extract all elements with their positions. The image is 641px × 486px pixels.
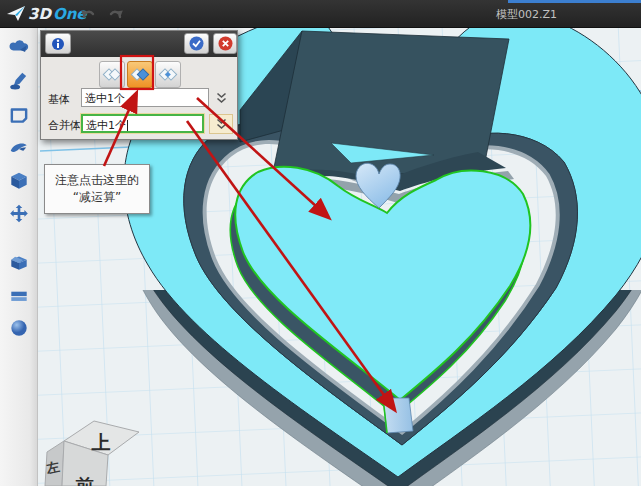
active-tab-indicator [508, 0, 641, 3]
paper-plane-icon [6, 5, 26, 23]
view-cube-front-label: 前 [75, 475, 94, 486]
double-chevron-down-icon [216, 92, 227, 104]
merge-body-value: 选中1个 [86, 119, 126, 132]
sketch-brush-icon[interactable] [7, 69, 31, 93]
intersect-diamonds-icon [158, 68, 178, 82]
tool-sidebar [0, 28, 38, 486]
app-window: 3DOne 模型002.Z1 [0, 0, 641, 486]
annotation-line2: “减运算” [49, 189, 145, 206]
edit-swoosh-icon[interactable] [7, 136, 31, 160]
intersect-operation-button[interactable] [155, 61, 181, 88]
section-slab-icon[interactable] [7, 283, 31, 307]
annotation-callout: 注意点击这里的 “减运算” [44, 164, 150, 214]
sketch-plane-icon[interactable] [7, 103, 31, 127]
redo-icon [107, 6, 125, 22]
primitive-shapes-icon[interactable] [7, 34, 31, 58]
double-chevron-down-icon [216, 118, 227, 130]
redo-button[interactable] [104, 3, 128, 25]
base-body-value: 选中1个 [85, 92, 125, 105]
material-sphere-icon[interactable] [7, 316, 31, 340]
app-logo: 3DOne [6, 3, 87, 25]
boolean-operation-dialog: 基体 选中1个 合并体 选中1个 [40, 30, 238, 140]
union-operation-button[interactable] [99, 61, 125, 88]
cancel-button[interactable] [213, 33, 237, 54]
confirm-button[interactable] [184, 33, 209, 54]
move-icon[interactable] [7, 202, 31, 226]
merge-expand-chevron[interactable] [209, 114, 233, 134]
base-body-field[interactable]: 选中1个 [81, 88, 209, 107]
check-icon [189, 36, 204, 51]
view-cube-top-label: 上 [91, 431, 111, 453]
annotation-line1: 注意点击这里的 [49, 172, 145, 189]
text-caret [127, 120, 128, 131]
info-icon [51, 37, 65, 51]
merge-body-field[interactable]: 选中1个 [81, 114, 204, 133]
document-title: 模型002.Z1 [496, 7, 557, 22]
base-expand-chevron[interactable] [211, 88, 231, 107]
undo-button[interactable] [76, 3, 100, 25]
base-body-label: 基体 [48, 92, 70, 107]
feature-cube-icon[interactable] [7, 169, 31, 193]
subtract-diamonds-icon [130, 68, 150, 82]
undo-icon [79, 6, 97, 22]
combine-box-icon[interactable] [7, 250, 31, 274]
title-bar: 3DOne 模型002.Z1 [0, 0, 641, 28]
subtract-operation-button[interactable] [127, 61, 153, 88]
union-diamonds-icon [102, 68, 122, 82]
merge-body-label: 合并体 [48, 118, 81, 133]
info-button[interactable] [45, 33, 71, 54]
logo-text-3d: 3D [28, 5, 51, 23]
tip-post[interactable] [383, 398, 413, 433]
close-icon [218, 36, 233, 51]
